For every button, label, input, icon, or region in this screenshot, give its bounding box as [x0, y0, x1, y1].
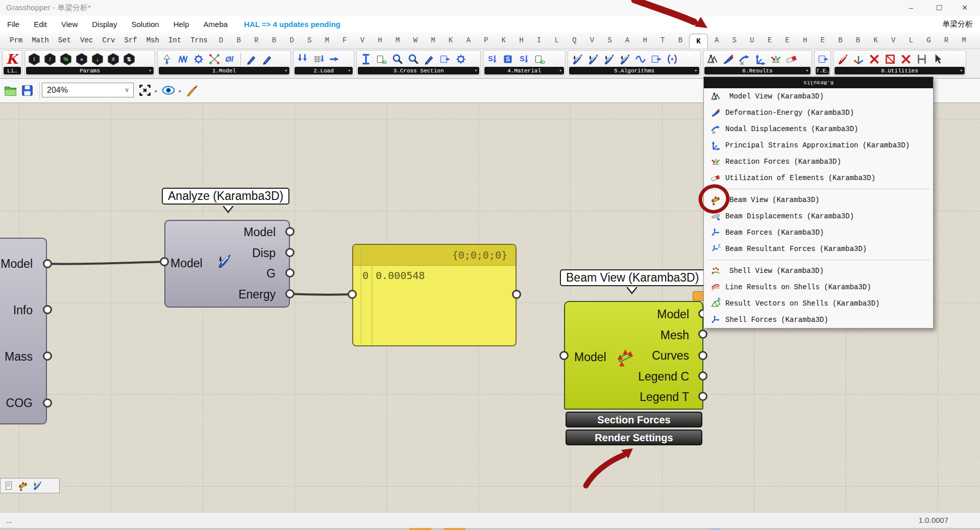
reaction-forces-icon[interactable] [769, 53, 782, 66]
menu-item-line-results-on-shells[interactable]: Line Results on Shells (Karamba3D) [704, 279, 933, 295]
tab-letter[interactable]: V [885, 32, 902, 48]
tab-karamba-selected[interactable]: K [689, 34, 708, 48]
tab-msh[interactable]: Msh [142, 32, 164, 48]
export-icon[interactable] [817, 53, 830, 66]
utility-red-icon[interactable] [836, 53, 849, 66]
karamba-logo-icon[interactable]: K [5, 53, 18, 66]
minimize-button[interactable]: – [898, 0, 924, 15]
tab-prm[interactable]: Prm [5, 32, 27, 48]
component-port[interactable] [285, 289, 295, 298]
load-arrow-icon[interactable] [327, 53, 341, 66]
tab-letter[interactable]: H [371, 32, 389, 48]
line-to-beam-icon[interactable]: Øl [223, 53, 237, 66]
tab-letter[interactable]: H [796, 32, 814, 48]
toolbar-group-label[interactable]: 5.Algorithms▾ [569, 67, 699, 74]
save-file-icon[interactable] [20, 83, 35, 98]
maximize-button[interactable]: ☐ [926, 0, 952, 15]
menu-item-beam-forces[interactable]: Beam Forces (Karamba3D) [704, 224, 933, 241]
menubar-item-ameba[interactable]: Ameba [197, 20, 235, 29]
assemble-icon[interactable] [191, 53, 205, 66]
tab-letter[interactable]: V [583, 32, 601, 48]
widget-document-icon[interactable] [3, 480, 14, 491]
toolbar-group-label[interactable]: Params▾ [26, 67, 154, 74]
tab-int[interactable]: Int [164, 32, 186, 48]
analyze-th2-icon[interactable] [602, 53, 616, 66]
material-id-icon[interactable]: ID [533, 53, 547, 66]
component-port[interactable] [43, 305, 52, 314]
tab-letter[interactable]: E [814, 32, 831, 48]
menu-item-result-vectors-on-shells[interactable]: SResult Vectors on Shells (Karamba3D) [704, 295, 933, 312]
tab-letter[interactable]: G [920, 32, 938, 48]
toolbar-group-label[interactable]: 4.Material▾ [484, 67, 564, 74]
close-button[interactable]: ✕ [952, 0, 977, 15]
render-settings-button[interactable]: Render Settings [566, 430, 702, 445]
menu-item-utilization-of-elements[interactable]: Utilization of Elements (Karamba3D) [704, 170, 933, 186]
line-pencil-icon[interactable] [260, 53, 274, 66]
model-view-icon[interactable] [705, 53, 719, 66]
tab-letter[interactable]: A [708, 32, 726, 48]
menu-item-nodal-displacements[interactable]: Nodal Displacements (Karamba3D) [704, 121, 933, 137]
tab-letter[interactable]: U [743, 32, 761, 48]
mesh-load-icon[interactable] [311, 53, 325, 66]
tab-letter[interactable]: M [424, 32, 442, 48]
tab-vec[interactable]: Vec [76, 32, 97, 48]
section-forces-button[interactable]: Section Forces [566, 412, 702, 427]
component-port[interactable] [698, 351, 707, 360]
toolbar-group-label[interactable]: Li… [4, 67, 21, 74]
component-port[interactable] [698, 392, 707, 401]
selector-icon[interactable] [930, 53, 944, 66]
analyze-th1-icon[interactable] [586, 53, 600, 66]
large-deformation-icon[interactable] [618, 53, 631, 66]
utilization-icon[interactable] [785, 53, 798, 66]
section-range-search-icon[interactable] [406, 53, 420, 66]
toolbar-group-label[interactable]: 6.Results▾ [704, 67, 811, 74]
param-vector-icon[interactable]: ⇅ [122, 53, 136, 66]
toolbar-group-label[interactable]: 8.Utilities▾ [835, 67, 965, 74]
menu-item-beam-view[interactable]: Beam View (Karamba3D) [704, 192, 933, 208]
assemble-component[interactable]: ModelInfoMassCOG [0, 238, 47, 424]
menu-item-deformation-energy[interactable]: Deformation-Energy (Karamba3D) [704, 105, 933, 121]
tab-letter[interactable]: L [548, 32, 566, 48]
tab-letter[interactable]: F [336, 32, 354, 48]
material-props-icon[interactable]: S [485, 53, 499, 66]
component-port[interactable] [512, 290, 521, 299]
tab-letter[interactable]: B [831, 32, 849, 48]
tab-letter[interactable]: S [725, 32, 743, 48]
section-export-icon[interactable] [438, 53, 452, 66]
menu-item-beam-resultant-forces[interactable]: ΣBeam Resultant Forces (Karamba3D) [704, 241, 933, 257]
connectivity-icon[interactable] [207, 53, 221, 66]
tab-letter[interactable]: M [389, 32, 407, 48]
tab-letter[interactable]: B [230, 32, 248, 48]
results-menu-header[interactable]: 6.Results [704, 77, 933, 88]
loads-icon[interactable] [296, 53, 309, 66]
hal-updates-notification[interactable]: HAL => 4 updates pending [235, 20, 350, 29]
tab-letter[interactable]: P [477, 32, 495, 48]
tab-letter[interactable]: K [867, 32, 885, 48]
menubar-item-edit[interactable]: Edit [27, 20, 54, 29]
spring-icon[interactable] [176, 53, 189, 66]
menubar-item-display[interactable]: Display [85, 20, 124, 29]
component-port[interactable] [43, 259, 52, 268]
preview-options-arrow-icon[interactable]: ▾ [179, 89, 181, 94]
param-cross-section-icon[interactable]: I [27, 53, 41, 66]
tab-letter[interactable]: K [495, 32, 513, 48]
component-port[interactable] [285, 248, 295, 257]
tab-letter[interactable]: T [654, 32, 672, 48]
component-port[interactable] [285, 268, 295, 277]
tab-letter[interactable]: I [530, 32, 548, 48]
tab-letter[interactable]: A [619, 32, 636, 48]
param-id-icon[interactable]: % [59, 53, 72, 66]
component-port[interactable] [43, 351, 52, 361]
principal-strains-icon[interactable] [753, 53, 767, 66]
support-icon[interactable] [160, 53, 174, 66]
component-port[interactable] [285, 227, 295, 236]
tab-letter[interactable]: S [601, 32, 619, 48]
natural-vibrations-icon[interactable] [665, 53, 679, 66]
param-beam-icon[interactable]: / [43, 53, 57, 66]
widget-analyze-icon[interactable] [32, 480, 43, 491]
tab-letter[interactable]: E [761, 32, 779, 48]
tab-letter[interactable]: D [283, 32, 301, 48]
tab-srf[interactable]: Srf [119, 32, 141, 48]
eigenmodes-icon[interactable] [633, 53, 647, 66]
zoom-extents-icon[interactable] [138, 83, 152, 97]
